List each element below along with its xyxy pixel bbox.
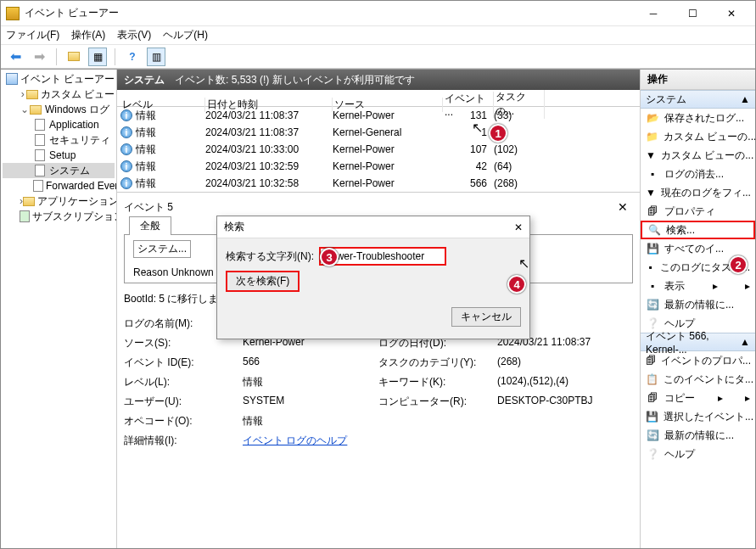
tree-custom-views[interactable]: カスタム ビュー	[41, 87, 115, 102]
action-item[interactable]: 🗐コピー▸▸	[641, 389, 755, 407]
tree-forwarded[interactable]: Forwarded Events	[46, 180, 117, 192]
collapse-icon[interactable]: ▲	[740, 93, 750, 105]
menu-help[interactable]: ヘルプ(H)	[163, 28, 208, 42]
action-icon: 🗐	[646, 204, 659, 218]
action-icon: 🔄	[646, 298, 659, 311]
event-row[interactable]: i情報2024/03/21 11:08:37Kernel-General1(5)	[117, 124, 640, 141]
tree-app-services[interactable]: アプリケーションとサービス ログ	[37, 194, 117, 209]
event-row[interactable]: i情報2024/03/21 10:32:59Kernel-Power42(64)	[117, 158, 640, 175]
tree-application[interactable]: Application	[49, 119, 99, 131]
action-icon: 📋	[646, 373, 658, 386]
properties-icon[interactable]: ▦	[88, 48, 107, 66]
actions-section-system: システム	[646, 92, 686, 107]
action-icon: 📁	[646, 130, 658, 143]
center-header: システム イベント数: 5,533 (!) 新しいイベントが利用可能です	[117, 70, 640, 90]
tree-root[interactable]: イベント ビューアー (ローカル)	[20, 72, 117, 87]
action-icon: ❔	[646, 447, 659, 461]
find-dialog: 検索 ✕ 検索する文字列(N): 次を検索(F) キャンセル	[216, 216, 530, 339]
detail-header: イベント 5	[124, 200, 173, 215]
action-icon: 🗐	[646, 354, 656, 367]
action-item[interactable]: ▪表示▸▸	[641, 277, 755, 295]
menu-view[interactable]: 表示(V)	[117, 28, 151, 42]
actions-header: 操作	[641, 70, 755, 90]
action-icon: ▪	[646, 167, 659, 181]
event-log-help-link[interactable]: イベント ログのヘルプ	[243, 434, 378, 448]
action-icon: 📂	[646, 111, 659, 125]
collapse-icon[interactable]: ▲	[740, 336, 750, 348]
maximize-button[interactable]: ☐	[674, 2, 711, 25]
action-item[interactable]: 📋このイベントにタ...	[641, 370, 755, 389]
minimize-button[interactable]: ─	[635, 2, 672, 25]
tree-subscriptions[interactable]: サブスクリプション	[32, 210, 117, 224]
event-row[interactable]: i情報2024/03/21 11:08:37Kernel-Power131(33…	[117, 107, 640, 124]
action-item[interactable]: 🗐プロパティ	[641, 202, 755, 221]
action-item[interactable]: 🔄最新の情報に...	[641, 295, 755, 314]
tab-general[interactable]: 全般	[129, 216, 171, 235]
forward-button[interactable]: ➡	[30, 48, 48, 66]
action-item[interactable]: 💾選択したイベント...	[641, 407, 755, 426]
event-row[interactable]: i情報2024/03/21 10:33:00Kernel-Power107(10…	[117, 141, 640, 158]
action-icon: 🗐	[646, 391, 659, 405]
action-item[interactable]: ❔ヘルプ	[641, 445, 755, 463]
action-icon: ▪	[646, 260, 655, 274]
action-icon: 💾	[646, 242, 659, 255]
dialog-close-icon[interactable]: ✕	[514, 221, 523, 233]
detail-sys: システム...	[133, 240, 191, 258]
action-icon: 🔄	[646, 429, 659, 442]
action-icon: 💾	[646, 410, 658, 423]
close-button[interactable]: ✕	[713, 2, 750, 25]
close-detail-icon[interactable]: ✕	[618, 200, 628, 214]
annotation-badge-3: 3	[320, 248, 339, 266]
app-icon	[6, 7, 20, 20]
tree-security[interactable]: セキュリティ	[49, 133, 110, 148]
action-icon: ▼	[646, 148, 656, 162]
window-title: イベント ビューアー	[25, 6, 635, 20]
event-list[interactable]: レベル 日付と時刻 ソース イベント ... タスクの... i情報2024/0…	[117, 90, 640, 193]
navigation-tree[interactable]: イベント ビューアー (ローカル) ›カスタム ビュー ⌄Windows ログ …	[1, 70, 117, 548]
action-item[interactable]: ▼現在のログをフィ...	[641, 183, 755, 202]
back-button[interactable]: ⬅	[6, 48, 25, 66]
panel-icon[interactable]: ▥	[147, 48, 165, 66]
action-item[interactable]: 🔄最新の情報に...	[641, 426, 755, 445]
annotation-badge-1: 1	[489, 124, 507, 143]
action-item[interactable]: ▪ログの消去...	[641, 165, 755, 183]
help-icon[interactable]: ?	[123, 48, 142, 66]
show-tree-icon[interactable]	[64, 48, 83, 66]
find-next-button[interactable]: 次を検索(F)	[226, 271, 300, 292]
menu-action[interactable]: 操作(A)	[71, 28, 105, 42]
tree-windows-logs[interactable]: Windows ログ	[45, 103, 109, 117]
event-row[interactable]: i情報2024/03/21 10:32:58Kernel-Power566(26…	[117, 175, 640, 192]
tree-setup[interactable]: Setup	[49, 149, 76, 161]
action-item[interactable]: 🔍検索...	[641, 221, 755, 239]
action-icon: ▼	[646, 186, 656, 199]
annotation-badge-2: 2	[729, 255, 748, 274]
cancel-button[interactable]: キャンセル	[451, 307, 521, 327]
action-item[interactable]: 🗐イベントのプロパ...	[641, 351, 755, 370]
action-item[interactable]: ▼カスタム ビューの...	[641, 146, 755, 165]
action-item[interactable]: 📂保存されたログ...	[641, 109, 755, 127]
menu-file[interactable]: ファイル(F)	[6, 28, 59, 42]
tree-system[interactable]: システム	[49, 164, 90, 178]
annotation-badge-4: 4	[507, 275, 526, 294]
find-label: 検索する文字列(N):	[226, 249, 314, 264]
dialog-title: 検索	[224, 220, 244, 234]
action-icon: ▪	[646, 279, 659, 293]
action-icon: 🔍	[647, 223, 661, 237]
action-item[interactable]: 📁カスタム ビューの...	[641, 127, 755, 146]
